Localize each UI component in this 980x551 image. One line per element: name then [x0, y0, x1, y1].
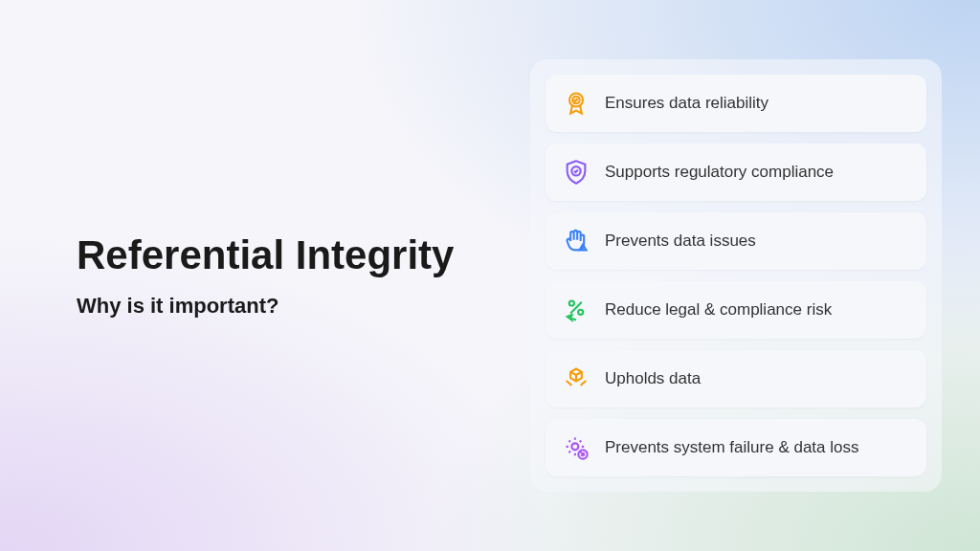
hand-alert-icon	[563, 228, 590, 254]
benefit-card-data-issues: Prevents data issues	[546, 212, 926, 270]
svg-point-8	[571, 443, 578, 450]
page-title: Referential Integrity	[77, 232, 511, 278]
benefit-card-upholds: Upholds data	[546, 350, 926, 408]
benefit-label: Supports regulatory compliance	[605, 163, 834, 182]
heading-block: Referential Integrity Why is it importan…	[77, 232, 530, 319]
benefit-label: Reduce legal & compliance risk	[605, 300, 832, 320]
shield-check-icon	[563, 159, 590, 186]
percent-arrow-icon	[563, 297, 590, 323]
benefit-label: Prevents data issues	[605, 231, 756, 251]
svg-point-5	[569, 300, 574, 305]
page-subtitle: Why is it important?	[77, 294, 511, 319]
svg-point-6	[578, 310, 583, 315]
svg-line-7	[570, 302, 582, 314]
benefit-card-compliance: Supports regulatory compliance	[546, 143, 926, 201]
svg-point-4	[583, 249, 584, 250]
benefit-label: Prevents system failure & data loss	[605, 438, 859, 457]
gear-x-icon	[563, 434, 590, 461]
benefit-card-system-failure: Prevents system failure & data loss	[546, 419, 926, 476]
benefit-label: Ensures data reliability	[605, 94, 768, 113]
ribbon-check-icon	[563, 90, 590, 117]
benefit-card-risk: Reduce legal & compliance risk	[546, 281, 926, 339]
benefit-card-reliability: Ensures data reliability	[546, 75, 926, 132]
benefits-panel: Ensures data reliability Supports regula…	[530, 59, 942, 492]
hands-cube-icon	[563, 365, 590, 392]
benefit-label: Upholds data	[605, 369, 701, 388]
